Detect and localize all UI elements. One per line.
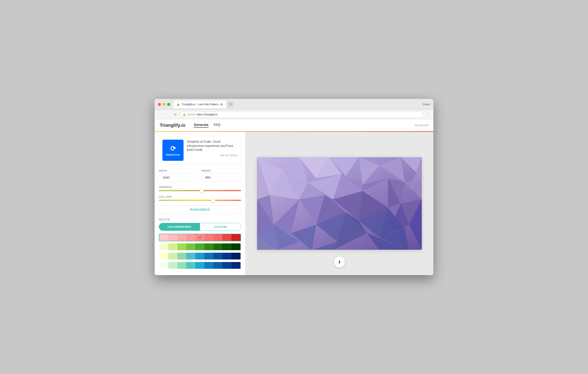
palette-label: PALETTE	[159, 218, 241, 221]
swatch-tb8	[222, 253, 231, 259]
palette-green[interactable]	[159, 243, 241, 251]
ad-image: ⟳ DigitalOcean	[162, 140, 184, 161]
palette-green-blue2[interactable]	[159, 262, 241, 269]
swatch-gb1	[159, 262, 168, 269]
tab-custom[interactable]: CUSTOM	[200, 223, 241, 231]
swatch-4	[186, 234, 195, 241]
tab-bar: Trianglify.io · Low Poly Pattern × +	[174, 101, 423, 108]
swatch-tb6	[204, 253, 213, 259]
swatch-gb3	[178, 262, 187, 269]
browser-menu-button[interactable]: ⋮	[425, 112, 431, 118]
digitalocean-logo-icon: ⟳	[170, 145, 176, 153]
nav-faq[interactable]: FAQ	[213, 123, 220, 128]
tab-close-button[interactable]: ×	[220, 103, 223, 106]
variance-group: VARIANCE	[159, 186, 241, 191]
swatch-gb8	[222, 262, 231, 269]
secure-label: Secure	[187, 113, 195, 116]
canvas-preview	[257, 157, 422, 250]
right-panel: ⬇	[245, 132, 433, 275]
traffic-lights	[158, 103, 170, 106]
swatch-gb6	[204, 262, 213, 269]
palette-tabs: COLORBREWER CUSTOM	[159, 223, 241, 231]
swatch-g7	[213, 243, 223, 250]
ad-attribution: ads via Carbon	[187, 154, 237, 157]
new-tab-button[interactable]: +	[228, 101, 234, 107]
header-attribution: by @qrohlf	[415, 124, 428, 127]
swatch-tb9	[231, 253, 241, 259]
swatch-g6	[204, 243, 213, 250]
variance-label: VARIANCE	[159, 186, 241, 188]
width-group: WIDTH	[159, 170, 198, 182]
swatch-g1	[159, 243, 168, 250]
swatch-g2	[168, 243, 178, 250]
ad-text: Simplicity at Scale. Cloud infrastructur…	[187, 140, 237, 152]
swatch-gb7	[213, 262, 223, 269]
palette-section: PALETTE COLORBREWER CUSTOM	[159, 218, 241, 269]
swatch-3	[178, 234, 187, 241]
height-group: HEIGHT	[202, 170, 241, 182]
swatch-g8	[222, 243, 231, 250]
swatch-7	[213, 234, 223, 241]
lock-icon: 🔒	[183, 113, 186, 116]
width-label: WIDTH	[159, 170, 198, 172]
swatch-tb1	[159, 253, 168, 259]
height-input[interactable]	[202, 173, 241, 182]
app-body: ⟳ DigitalOcean Simplicity at Scale. Clou…	[155, 132, 433, 275]
swatch-gb9	[231, 262, 241, 269]
minimize-button[interactable]	[163, 103, 166, 106]
guest-label: Guest	[423, 103, 430, 106]
svg-marker-0	[177, 103, 179, 106]
back-button[interactable]: ←	[157, 112, 163, 118]
close-button[interactable]	[158, 103, 161, 106]
app-header: Trianglify.io Generate FAQ by @qrohlf	[155, 119, 433, 132]
variance-track[interactable]	[159, 190, 241, 191]
reload-button[interactable]: ↻	[172, 112, 178, 118]
swatch-tb4	[186, 253, 195, 259]
swatch-g9	[231, 243, 241, 250]
palette-teal-blue[interactable]	[159, 252, 241, 260]
swatch-gb5	[195, 262, 204, 269]
ad-content: Simplicity at Scale. Cloud infrastructur…	[187, 140, 237, 161]
height-label: HEIGHT	[202, 170, 241, 172]
swatch-tb3	[178, 253, 187, 259]
forward-button[interactable]: →	[165, 112, 171, 118]
ad-card[interactable]: ⟳ DigitalOcean Simplicity at Scale. Clou…	[159, 136, 241, 164]
left-panel: ⟳ DigitalOcean Simplicity at Scale. Clou…	[155, 132, 245, 275]
cellsize-group: CELL SIZE	[159, 195, 241, 201]
maximize-button[interactable]	[167, 103, 170, 106]
dimensions-row: WIDTH HEIGHT	[159, 170, 241, 182]
tab-title: Trianglify.io · Low Poly Pattern	[182, 103, 218, 106]
address-bar: ← → ↻ 🔒 Secure https://trianglify.io ⋮	[155, 110, 433, 119]
title-bar: Trianglify.io · Low Poly Pattern × + Gue…	[155, 99, 433, 110]
palette-row-pink[interactable]: ⇄	[159, 234, 241, 241]
download-button[interactable]: ⬇	[334, 256, 345, 267]
swatch-tb2	[168, 253, 178, 259]
nav-generate[interactable]: Generate	[194, 123, 209, 128]
swatch-tb5	[195, 253, 204, 259]
swatch-g4	[186, 243, 195, 250]
swatch-gb2	[168, 262, 178, 269]
width-input[interactable]	[159, 173, 198, 182]
randomize-button[interactable]: RANDOMIZE	[159, 205, 241, 214]
swatch-tb7	[213, 253, 223, 259]
active-tab[interactable]: Trianglify.io · Low Poly Pattern ×	[174, 101, 226, 108]
swatch-gb4	[186, 262, 195, 269]
browser-window: Trianglify.io · Low Poly Pattern × + Gue…	[155, 99, 433, 275]
cellsize-label: CELL SIZE	[159, 195, 241, 198]
swatch-g5	[195, 243, 204, 250]
swatch-9	[231, 234, 241, 241]
ad-company-name: DigitalOcean	[166, 153, 180, 156]
cellsize-track[interactable]	[159, 200, 241, 201]
app-nav: Generate FAQ	[194, 123, 220, 128]
tab-favicon	[177, 103, 180, 106]
url-text[interactable]: https://trianglify.io	[196, 113, 218, 116]
shuffle-icon: ⇄	[198, 235, 201, 240]
swatch-6	[204, 234, 213, 241]
variance-thumb[interactable]	[200, 189, 204, 193]
url-bar[interactable]: 🔒 Secure https://trianglify.io	[180, 111, 423, 118]
swatch-2	[168, 234, 178, 241]
tab-colorbrewer[interactable]: COLORBREWER	[159, 223, 200, 231]
app-logo: Trianglify.io	[160, 123, 185, 128]
swatch-8	[222, 234, 231, 241]
cellsize-thumb[interactable]	[211, 198, 215, 203]
